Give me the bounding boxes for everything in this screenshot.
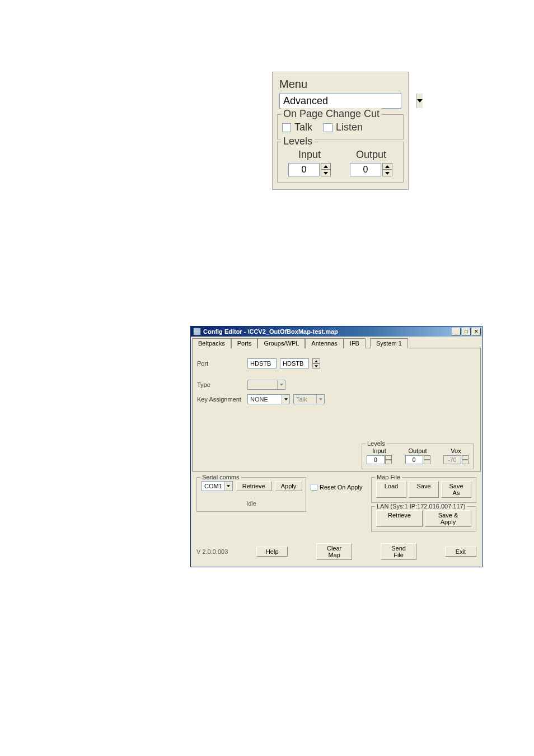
lvl-output-col: Output <box>405 447 430 464</box>
tab-ports[interactable]: Ports <box>231 338 258 348</box>
output-level-col: Output <box>350 149 392 176</box>
load-button[interactable]: Load <box>376 481 406 498</box>
chevron-down-icon <box>227 485 230 487</box>
tab-ifb[interactable]: IFB <box>344 338 366 348</box>
spin-down-button[interactable] <box>424 460 430 464</box>
cut-legend: On Page Change Cut <box>281 108 382 120</box>
output-label: Output <box>356 149 386 161</box>
titlebar[interactable]: Config Editor - \CCV2_OutOfBoxMap-test.m… <box>191 326 482 337</box>
lan-saveapply-button[interactable]: Save & Apply <box>425 510 471 527</box>
window-title: Config Editor - \CCV2_OutOfBoxMap-test.m… <box>203 328 452 335</box>
chevron-down-icon <box>319 398 322 400</box>
spin-up-button[interactable] <box>385 455 392 460</box>
help-button[interactable]: Help <box>256 547 288 557</box>
chevron-down-icon <box>417 99 423 102</box>
dropdown-button <box>316 395 324 404</box>
tab-beltpacks[interactable]: Beltpacks <box>192 338 231 348</box>
chevron-down-icon <box>315 365 318 367</box>
talk-checkbox-wrap[interactable]: Talk <box>282 122 312 133</box>
output-spinner[interactable] <box>350 163 392 176</box>
dropdown-button[interactable] <box>282 395 289 404</box>
levels-group-sm: Levels Input Output <box>362 444 474 469</box>
tab-system1[interactable]: System 1 <box>370 338 408 348</box>
port-name-field[interactable] <box>280 358 309 368</box>
com-port-dropdown[interactable]: COM1 <box>202 481 233 491</box>
lvl-input-spinner[interactable] <box>367 455 392 464</box>
key-value: NONE <box>248 396 282 403</box>
checkbox-icon[interactable] <box>311 484 317 491</box>
serial-legend: Serial comms <box>200 474 241 480</box>
output-value[interactable] <box>350 163 381 176</box>
key-talk-dropdown: Talk <box>293 394 325 404</box>
type-label: Type <box>197 381 244 388</box>
spin-down-button[interactable] <box>312 363 320 368</box>
tab-groups[interactable]: Groups/WPL <box>257 338 305 348</box>
lvl-output-label: Output <box>408 447 427 454</box>
spin-down-button[interactable] <box>385 460 392 464</box>
lvl-vox-label: Vox <box>451 447 461 454</box>
minimize-button[interactable]: _ <box>452 328 461 335</box>
chevron-up-icon <box>324 165 328 168</box>
chevron-up-icon <box>315 360 318 362</box>
lvl-input-col: Input <box>367 447 392 464</box>
key-assignment-dropdown[interactable]: NONE <box>247 394 290 404</box>
lan-retrieve-button[interactable]: Retrieve <box>376 510 423 527</box>
chevron-down-icon <box>284 398 288 400</box>
checkbox-icon[interactable] <box>324 123 332 132</box>
input-value[interactable] <box>288 163 320 176</box>
mapfile-legend: Map File <box>375 474 402 480</box>
menu-panel: Menu On Page Change Cut Talk Listen Leve… <box>272 72 409 190</box>
exit-button[interactable]: Exit <box>445 547 476 557</box>
lan-legend: LAN (Sys:1 IP:172.016.007.117) <box>375 503 467 510</box>
reset-on-apply-checkbox[interactable]: Reset On Apply <box>311 484 367 491</box>
reset-label: Reset On Apply <box>320 484 362 491</box>
footer: V 2.0.0.003 Help Clear Map Send File Exi… <box>192 540 481 566</box>
lvl-output-value[interactable] <box>405 455 423 464</box>
levels-legend: Levels <box>281 136 315 147</box>
menu-dropdown-input[interactable] <box>280 95 416 107</box>
sendfile-button[interactable]: Send File <box>381 543 416 560</box>
checkbox-icon[interactable] <box>282 123 291 132</box>
lvl-input-value[interactable] <box>367 455 385 464</box>
com-port-value: COM1 <box>202 483 224 489</box>
spin-down-button[interactable] <box>382 170 392 176</box>
listen-label: Listen <box>336 122 363 133</box>
tab-antennas[interactable]: Antennas <box>305 338 343 348</box>
dropdown-button[interactable] <box>416 94 423 108</box>
dropdown-button <box>277 380 285 389</box>
close-button[interactable]: ✕ <box>472 328 481 335</box>
spin-up-button[interactable] <box>321 163 331 170</box>
serial-comms-group: Serial comms COM1 Retrieve Apply Idle <box>196 477 306 512</box>
status-text: Idle <box>202 500 301 507</box>
spin-up-button[interactable] <box>382 163 392 170</box>
key-assignment-label: Key Assignment <box>197 396 244 403</box>
lvl-output-spinner[interactable] <box>405 455 430 464</box>
type-dropdown <box>247 380 285 390</box>
input-level-col: Input <box>288 149 331 176</box>
chevron-down-icon <box>324 172 328 175</box>
spin-up-button[interactable] <box>424 455 430 460</box>
dropdown-button[interactable] <box>224 482 232 491</box>
input-label: Input <box>298 149 321 161</box>
clearmap-button[interactable]: Clear Map <box>316 543 352 560</box>
ports-tab-content: Port Type Key Assignment <box>192 348 481 472</box>
lvl-vox-col: Vox <box>443 447 469 464</box>
save-button[interactable]: Save <box>409 481 439 498</box>
spin-up-button[interactable] <box>312 358 320 363</box>
lvl-vox-spinner <box>443 455 469 464</box>
menu-dropdown[interactable] <box>279 93 401 109</box>
app-icon <box>193 328 201 335</box>
spin-down-button[interactable] <box>321 170 331 176</box>
tabs: Beltpacks Ports Groups/WPL Antennas IFB … <box>192 338 481 348</box>
port-spinner[interactable] <box>312 358 320 368</box>
saveas-button[interactable]: Save As <box>441 481 471 498</box>
retrieve-button[interactable]: Retrieve <box>236 481 271 491</box>
maximize-button[interactable]: □ <box>462 328 471 335</box>
port-label: Port <box>197 360 244 367</box>
listen-checkbox-wrap[interactable]: Listen <box>324 122 363 133</box>
apply-button[interactable]: Apply <box>275 481 303 491</box>
input-spinner[interactable] <box>288 163 331 176</box>
port-field[interactable] <box>247 358 277 368</box>
chevron-up-icon <box>385 165 390 168</box>
version-text: V 2.0.0.003 <box>196 548 228 555</box>
